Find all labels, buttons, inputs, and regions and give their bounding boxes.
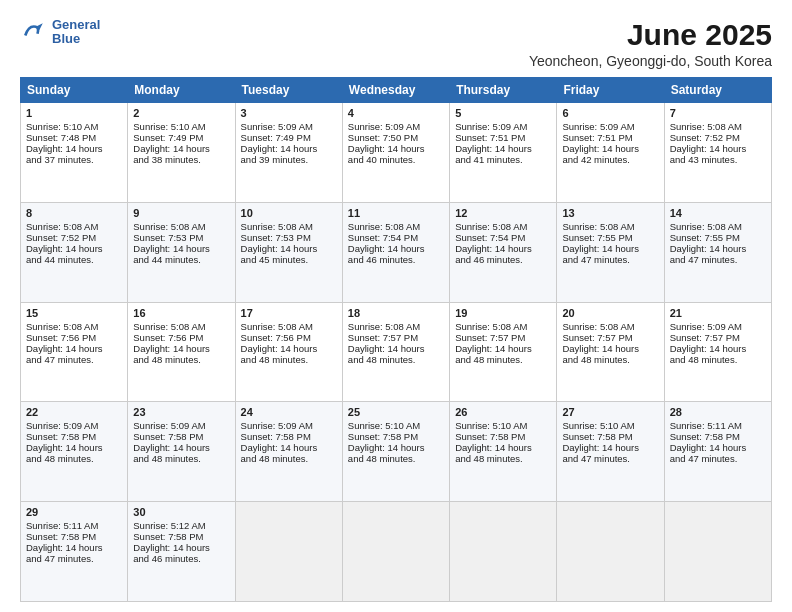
day-number: 15 [26,307,122,319]
day-info: Daylight: 14 hours [26,243,122,254]
day-number: 8 [26,207,122,219]
table-row: 13Sunrise: 5:08 AMSunset: 7:55 PMDayligh… [557,202,664,302]
day-info: Daylight: 14 hours [670,243,766,254]
day-number: 27 [562,406,658,418]
day-number: 13 [562,207,658,219]
day-number: 28 [670,406,766,418]
day-info: and 46 minutes. [455,254,551,265]
day-info: and 45 minutes. [241,254,337,265]
logo-line2: Blue [52,32,100,46]
day-info: and 47 minutes. [670,254,766,265]
table-row [664,502,771,602]
day-info: Sunrise: 5:08 AM [562,221,658,232]
col-thursday: Thursday [450,78,557,103]
table-row: 7Sunrise: 5:08 AMSunset: 7:52 PMDaylight… [664,103,771,203]
day-info: Sunset: 7:48 PM [26,132,122,143]
day-number: 22 [26,406,122,418]
table-row [342,502,449,602]
day-info: Daylight: 14 hours [348,343,444,354]
day-info: Daylight: 14 hours [133,542,229,553]
calendar-header-row: Sunday Monday Tuesday Wednesday Thursday… [21,78,772,103]
day-number: 24 [241,406,337,418]
day-number: 20 [562,307,658,319]
day-number: 6 [562,107,658,119]
day-info: Sunrise: 5:09 AM [133,420,229,431]
day-number: 16 [133,307,229,319]
table-row: 22Sunrise: 5:09 AMSunset: 7:58 PMDayligh… [21,402,128,502]
day-info: Sunset: 7:58 PM [562,431,658,442]
table-row: 21Sunrise: 5:09 AMSunset: 7:57 PMDayligh… [664,302,771,402]
day-info: Sunset: 7:56 PM [241,332,337,343]
header: General Blue June 2025 Yeoncheon, Gyeong… [20,18,772,69]
day-info: and 37 minutes. [26,154,122,165]
day-info: Daylight: 14 hours [241,343,337,354]
table-row [450,502,557,602]
day-info: and 46 minutes. [133,553,229,564]
table-row: 26Sunrise: 5:10 AMSunset: 7:58 PMDayligh… [450,402,557,502]
day-info: Daylight: 14 hours [455,442,551,453]
day-info: Daylight: 14 hours [562,243,658,254]
day-number: 19 [455,307,551,319]
day-info: Daylight: 14 hours [348,143,444,154]
day-info: Daylight: 14 hours [133,343,229,354]
day-info: Sunset: 7:53 PM [241,232,337,243]
day-info: and 43 minutes. [670,154,766,165]
col-tuesday: Tuesday [235,78,342,103]
day-info: and 46 minutes. [348,254,444,265]
day-info: Daylight: 14 hours [26,143,122,154]
day-number: 4 [348,107,444,119]
day-info: Sunrise: 5:09 AM [348,121,444,132]
day-info: Daylight: 14 hours [26,542,122,553]
day-info: and 48 minutes. [455,354,551,365]
day-info: Daylight: 14 hours [26,343,122,354]
subtitle: Yeoncheon, Gyeonggi-do, South Korea [529,53,772,69]
day-number: 10 [241,207,337,219]
page: General Blue June 2025 Yeoncheon, Gyeong… [0,0,792,612]
day-number: 25 [348,406,444,418]
day-number: 11 [348,207,444,219]
table-row: 17Sunrise: 5:08 AMSunset: 7:56 PMDayligh… [235,302,342,402]
day-info: and 48 minutes. [241,354,337,365]
day-info: and 47 minutes. [26,553,122,564]
table-row: 30Sunrise: 5:12 AMSunset: 7:58 PMDayligh… [128,502,235,602]
table-row: 4Sunrise: 5:09 AMSunset: 7:50 PMDaylight… [342,103,449,203]
day-info: and 48 minutes. [133,354,229,365]
day-info: Daylight: 14 hours [562,343,658,354]
col-monday: Monday [128,78,235,103]
day-info: Sunset: 7:49 PM [133,132,229,143]
table-row: 8Sunrise: 5:08 AMSunset: 7:52 PMDaylight… [21,202,128,302]
day-info: Sunset: 7:50 PM [348,132,444,143]
day-info: Sunrise: 5:08 AM [241,221,337,232]
table-row: 19Sunrise: 5:08 AMSunset: 7:57 PMDayligh… [450,302,557,402]
day-info: and 44 minutes. [133,254,229,265]
day-info: and 39 minutes. [241,154,337,165]
main-title: June 2025 [529,18,772,51]
day-number: 23 [133,406,229,418]
calendar: Sunday Monday Tuesday Wednesday Thursday… [20,77,772,602]
day-info: Sunset: 7:52 PM [26,232,122,243]
title-block: June 2025 Yeoncheon, Gyeonggi-do, South … [529,18,772,69]
col-sunday: Sunday [21,78,128,103]
table-row: 3Sunrise: 5:09 AMSunset: 7:49 PMDaylight… [235,103,342,203]
logo-line1: General [52,18,100,32]
day-info: Daylight: 14 hours [562,143,658,154]
day-info: Sunrise: 5:08 AM [562,321,658,332]
day-info: Sunset: 7:58 PM [133,431,229,442]
day-info: Sunset: 7:58 PM [133,531,229,542]
table-row: 25Sunrise: 5:10 AMSunset: 7:58 PMDayligh… [342,402,449,502]
day-info: Sunset: 7:53 PM [133,232,229,243]
day-info: Sunset: 7:54 PM [348,232,444,243]
day-info: Sunrise: 5:11 AM [26,520,122,531]
day-info: Sunrise: 5:08 AM [670,121,766,132]
day-info: Sunset: 7:57 PM [562,332,658,343]
day-info: and 47 minutes. [670,453,766,464]
day-info: Sunset: 7:57 PM [455,332,551,343]
day-info: Daylight: 14 hours [241,143,337,154]
day-info: Daylight: 14 hours [241,243,337,254]
day-info: Daylight: 14 hours [348,442,444,453]
table-row: 28Sunrise: 5:11 AMSunset: 7:58 PMDayligh… [664,402,771,502]
day-number: 2 [133,107,229,119]
table-row: 29Sunrise: 5:11 AMSunset: 7:58 PMDayligh… [21,502,128,602]
day-info: and 40 minutes. [348,154,444,165]
day-info: and 44 minutes. [26,254,122,265]
